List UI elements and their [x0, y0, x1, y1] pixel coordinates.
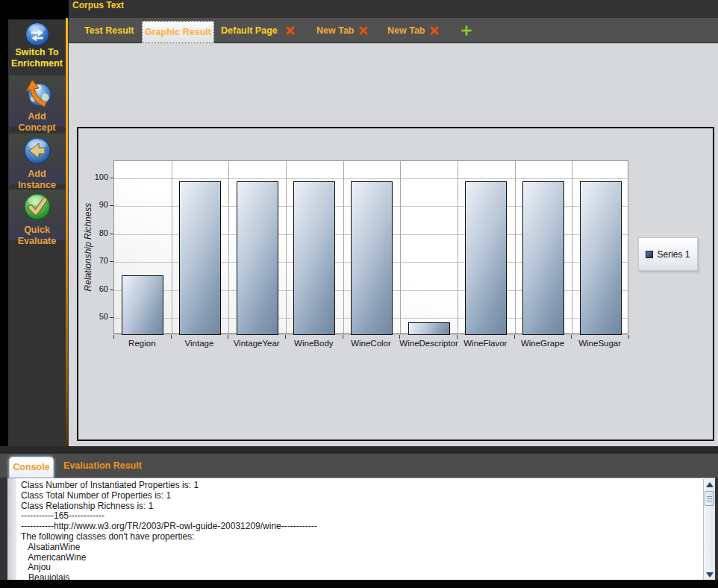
- y-tick-label: 70: [81, 256, 108, 265]
- y-axis-tick: [110, 290, 113, 290]
- close-tab-icon[interactable]: [357, 24, 370, 37]
- add-tab-icon[interactable]: [460, 24, 473, 37]
- legend: Series 1: [638, 237, 698, 271]
- tab-bar: Test Result Graphic Result Default Page …: [69, 18, 718, 43]
- gridline-vertical: [228, 161, 229, 334]
- x-axis-tick: [171, 335, 172, 339]
- chart-panel: Relationship Richness Series 1 506070809…: [77, 127, 714, 441]
- tab-new-tab-2[interactable]: New Tab: [387, 18, 425, 43]
- bar-VintageYear[interactable]: [237, 181, 278, 335]
- y-tick-label: 90: [81, 200, 108, 209]
- quick-evaluate-label: Quick Evaluate: [9, 225, 65, 247]
- close-tab-icon[interactable]: [428, 24, 441, 37]
- console-line: Class Relationship Richness is: 1: [21, 501, 702, 512]
- back-arrow-icon: [22, 136, 52, 169]
- x-category-label: Vintage: [171, 339, 228, 348]
- console-output[interactable]: Class Number of Instantiated Properties …: [7, 478, 715, 580]
- x-axis-tick: [113, 335, 114, 339]
- tab-console[interactable]: Console: [9, 457, 54, 478]
- gridline-vertical: [343, 161, 344, 334]
- console-line: -----------http://www.w3.org/TR/2003/PR-…: [21, 522, 702, 532]
- bottom-separator: [0, 446, 718, 454]
- console-line: The following classes don't have propert…: [21, 532, 702, 542]
- console-line: Class Total Number of Properties is: 1: [21, 491, 702, 501]
- tab-evaluation-result[interactable]: Evaluation Result: [63, 454, 142, 478]
- x-axis-tick: [228, 335, 228, 339]
- console-line: Anjou: [21, 563, 702, 573]
- y-tick-label: 60: [81, 284, 108, 293]
- y-tick-label: 50: [81, 312, 108, 321]
- gridline-vertical: [286, 161, 287, 334]
- tab-content-area: Relationship Richness Series 1 506070809…: [69, 43, 718, 446]
- check-icon: [22, 192, 52, 225]
- bar-WineSugar[interactable]: [580, 181, 622, 335]
- console-line: AmericanWine: [21, 553, 702, 563]
- gridline-vertical: [572, 161, 572, 334]
- tab-new-tab-1[interactable]: New Tab: [316, 18, 354, 43]
- x-category-label: WineDescriptor: [399, 339, 457, 348]
- bar-WineDescriptor[interactable]: [408, 322, 450, 335]
- x-category-label: WineSugar: [571, 339, 628, 348]
- console-scrollbar[interactable]: [703, 479, 715, 580]
- y-tick-label: 100: [81, 172, 108, 181]
- x-category-label: VintageYear: [228, 339, 285, 348]
- y-axis-tick: [110, 317, 113, 318]
- bar-Region[interactable]: [122, 275, 163, 335]
- bar-WineGrape[interactable]: [522, 181, 564, 335]
- console-line: -----------165------------: [21, 511, 702, 522]
- y-axis-tick: [110, 205, 113, 206]
- x-axis-tick: [285, 335, 286, 339]
- add-instance-label: Add Instance: [9, 169, 65, 191]
- legend-label: Series 1: [657, 249, 690, 260]
- x-category-label: Region: [113, 339, 171, 348]
- add-concept-label: Add Concept: [9, 111, 65, 134]
- switch-to-enrichment-button[interactable]: Switch To Enrichment: [8, 21, 66, 70]
- switch-to-enrichment-label-line2: Enrichment: [8, 58, 66, 69]
- top-left-corner: [0, 0, 69, 19]
- console-left-margin: [7, 478, 16, 580]
- gridline-vertical: [515, 161, 516, 334]
- console-line: Class Number of Instantiated Properties …: [21, 481, 702, 491]
- x-axis-tick: [343, 335, 343, 339]
- x-axis-tick: [457, 335, 458, 339]
- plot-area: [113, 160, 628, 334]
- y-tick-label: 80: [81, 228, 108, 237]
- bar-WineBody[interactable]: [293, 181, 335, 335]
- console-line: Beaujolais: [21, 573, 702, 580]
- console-line: AlsatianWine: [21, 542, 702, 553]
- switch-to-enrichment-label-line1: Switch To: [8, 47, 66, 58]
- console-panel: Console Evaluation Result Class Number o…: [0, 454, 718, 588]
- bottom-edge-strip: [0, 580, 718, 588]
- console-tab-bar: Console Evaluation Result: [0, 454, 718, 478]
- x-axis-tick: [628, 335, 629, 339]
- switch-arrows-icon: [25, 22, 50, 47]
- corpus-text-label: Corpus Text: [72, 0, 124, 11]
- x-category-label: WineBody: [285, 339, 343, 348]
- x-axis-tick: [399, 335, 400, 339]
- x-category-label: WineColor: [343, 339, 400, 348]
- scrollbar-thumb[interactable]: [705, 491, 714, 506]
- x-axis-tick: [571, 335, 572, 339]
- bar-WineColor[interactable]: [351, 181, 393, 335]
- tab-default-page[interactable]: Default Page: [221, 18, 278, 43]
- console-lines: Class Number of Instantiated Properties …: [16, 478, 702, 580]
- sidebar-divider: [66, 18, 68, 446]
- bar-Vintage[interactable]: [179, 181, 221, 335]
- x-category-label: WineFlavor: [457, 339, 514, 348]
- globe-arrow-icon: [22, 77, 53, 111]
- gridline-vertical: [458, 161, 458, 334]
- bar-WineFlavor[interactable]: [465, 181, 507, 335]
- add-instance-button[interactable]: Add Instance: [8, 133, 66, 185]
- y-axis-tick: [110, 178, 113, 178]
- tab-graphic-result[interactable]: Graphic Result: [142, 21, 214, 43]
- y-axis-tick: [110, 234, 113, 234]
- tab-test-result[interactable]: Test Result: [84, 18, 134, 43]
- close-tab-icon[interactable]: [284, 24, 297, 37]
- gridline-vertical: [172, 161, 172, 334]
- add-concept-button[interactable]: Add Concept: [8, 75, 66, 127]
- scroll-down-icon[interactable]: [705, 571, 714, 578]
- gridline-horizontal: [114, 178, 628, 179]
- scroll-up-icon[interactable]: [705, 481, 714, 489]
- app-window: Corpus Text Switch To Enrichment Add Con…: [0, 0, 718, 588]
- quick-evaluate-button[interactable]: Quick Evaluate: [8, 189, 66, 241]
